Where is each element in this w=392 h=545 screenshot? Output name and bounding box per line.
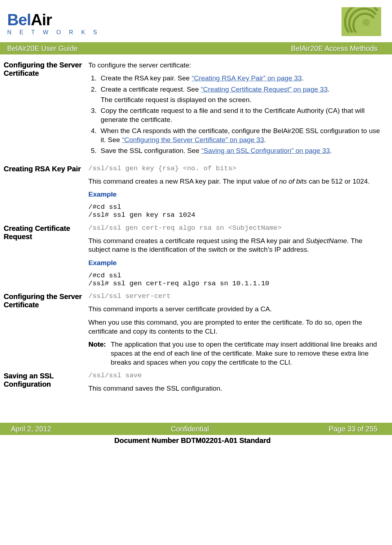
example-gen-key: /#cd ssl /ssl# ssl gen key rsa 1024	[88, 203, 381, 219]
cmd-ssl-save: /ssl/ssl save	[88, 372, 381, 380]
link-config-server-cert[interactable]: “Configuring the Server Certificate” on …	[122, 136, 264, 144]
footer-date: April 2, 2012	[11, 424, 51, 434]
logo-text-air: Air	[31, 11, 52, 28]
swirl-icon	[342, 7, 381, 39]
intro-text: To configure the server certificate:	[88, 61, 381, 70]
heading-saving-ssl: Saving an SSL Configuration	[4, 372, 88, 397]
desc-gen-key: This command creates a new RSA key pair.…	[88, 177, 381, 186]
section-config-server-cert-cmd: Configuring the Server Certificate /ssl/…	[4, 293, 381, 367]
step-2: Create a certificate request. See “Creat…	[98, 85, 381, 104]
content-config-server-cert-cmd: /ssl/ssl server-cert This command import…	[88, 293, 381, 367]
section-creating-rsa: Creating RSA Key Pair /ssl/ssl gen key {…	[4, 165, 381, 219]
svg-point-1	[362, 19, 370, 26]
steps-list: Create the RSA key pair. See “Creating R…	[88, 74, 381, 155]
section-config-server-cert: Configuring the Server Certificate To co…	[4, 61, 381, 160]
example-label: Example	[88, 259, 381, 268]
link-saving-ssl[interactable]: “Saving an SSL Configuration” on page 33	[201, 147, 330, 154]
step-1: Create the RSA key pair. See “Creating R…	[98, 74, 381, 83]
link-creating-cert-req[interactable]: “Creating Certificate Request” on page 3…	[201, 85, 328, 93]
heading-creating-cert-req: Creating Certificate Request	[4, 224, 88, 288]
footer-bar: April 2, 2012 Confidential Page 33 of 25…	[0, 423, 392, 435]
note-label: Note:	[88, 340, 111, 367]
note-block: Note: The application that you use to op…	[88, 340, 381, 367]
heading-config-server-cert-cmd: Configuring the Server Certificate	[4, 293, 88, 367]
cmd-cert-req: /ssl/ssl gen cert-req algo rsa sn <Subje…	[88, 224, 381, 232]
step-3: Copy the certificate request to a file a…	[98, 106, 381, 124]
heading-config-server-cert: Configuring the Server Certificate	[4, 61, 88, 160]
note-body: The application that you use to open the…	[111, 340, 381, 367]
content-creating-rsa: /ssl/ssl gen key {rsa} <no. of bits> Thi…	[88, 165, 381, 219]
footer-page: Page 33 of 255	[329, 424, 378, 434]
heading-creating-rsa: Creating RSA Key Pair	[4, 165, 88, 219]
link-creating-rsa[interactable]: “Creating RSA Key Pair” on page 33	[191, 74, 301, 82]
page-header: BelAir N E T W O R K S	[4, 7, 381, 39]
content-creating-cert-req: /ssl/ssl gen cert-req algo rsa sn <Subje…	[88, 224, 381, 288]
example-cert-req: /#cd ssl /ssl# ssl gen cert-req algo rsa…	[88, 272, 381, 288]
desc-cert-req: This command creates a certificate reque…	[88, 237, 381, 254]
example-label: Example	[88, 190, 381, 199]
step-5: Save the SSL configuration. See “Saving …	[98, 146, 381, 155]
title-left: BelAir20E User Guide	[7, 44, 78, 53]
content-config-server-cert: To configure the server certificate: Cre…	[88, 61, 381, 160]
step-4: When the CA responds with the certificat…	[98, 127, 381, 144]
desc-ssl-save: This command saves the SSL configuration…	[88, 384, 381, 393]
section-saving-ssl: Saving an SSL Configuration /ssl/ssl sav…	[4, 372, 381, 397]
document-number: Document Number BDTM02201-A01 Standard	[4, 436, 381, 445]
content-saving-ssl: /ssl/ssl save This command saves the SSL…	[88, 372, 381, 397]
desc-server-cert-1: This command imports a server certificat…	[88, 305, 381, 314]
section-creating-cert-req: Creating Certificate Request /ssl/ssl ge…	[4, 224, 381, 288]
title-right: BelAir20E Access Methods	[291, 44, 378, 53]
cmd-gen-key: /ssl/ssl gen key {rsa} <no. of bits>	[88, 165, 381, 173]
desc-server-cert-2: When you use this command, you are promp…	[88, 318, 381, 336]
logo-text-bel: Bel	[7, 11, 31, 28]
logo-subtext: N E T W O R K S	[7, 29, 100, 36]
cmd-server-cert: /ssl/ssl server-cert	[88, 293, 381, 300]
footer-confidential: Confidential	[171, 424, 209, 434]
title-bar: BelAir20E User Guide BelAir20E Access Me…	[0, 42, 392, 54]
belair-logo: BelAir N E T W O R K S	[7, 9, 100, 36]
step-2-note: The certificate request is displayed on …	[101, 96, 381, 105]
